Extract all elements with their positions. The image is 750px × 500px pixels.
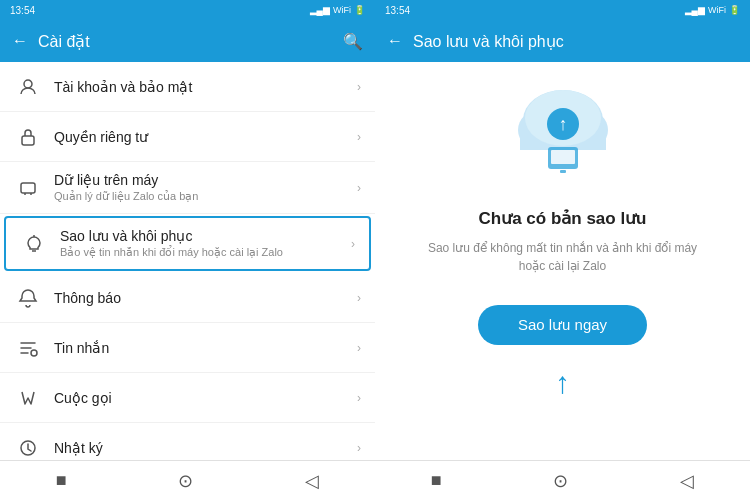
svg-text:↑: ↑ (558, 114, 567, 134)
left-status-icons: ▂▄▆ WiFi 🔋 (310, 5, 365, 15)
left-time: 13:54 (10, 5, 35, 16)
svg-rect-19 (551, 150, 575, 164)
chevron-right-icon: › (357, 341, 361, 355)
menu-item-3[interactable]: Sao lưu và khôi phụcBảo vệ tin nhắn khi … (4, 216, 371, 271)
menu-item-title: Dữ liệu trên máy (54, 172, 357, 188)
menu-item-content: Tin nhắn (54, 340, 357, 356)
backup-description: Sao lưu để không mất tin nhắn và ảnh khi… (395, 239, 730, 275)
chevron-right-icon: › (357, 391, 361, 405)
right-phone-panel: 13:54 ▂▄▆ WiFi 🔋 ← Sao lưu và khôi phục (375, 0, 750, 500)
right-signal-icon: ▂▄▆ (685, 5, 705, 15)
menu-item-title: Thông báo (54, 290, 357, 306)
nav-circle-button[interactable]: ⊙ (178, 470, 193, 492)
right-page-title: Sao lưu và khôi phục (413, 32, 738, 51)
battery-icon: 🔋 (354, 5, 365, 15)
search-icon[interactable]: 🔍 (343, 32, 363, 51)
wifi-icon: WiFi (333, 5, 351, 15)
right-nav-back-button[interactable]: ◁ (680, 470, 694, 492)
right-nav-circle-button[interactable]: ⊙ (553, 470, 568, 492)
menu-icon-0 (14, 73, 42, 101)
menu-item-2[interactable]: Dữ liệu trên máyQuản lý dữ liệu Zalo của… (0, 162, 375, 214)
menu-icon-5 (14, 334, 42, 362)
chevron-right-icon: › (357, 291, 361, 305)
svg-point-0 (24, 80, 32, 88)
menu-item-title: Nhật ký (54, 440, 357, 456)
right-status-bar: 13:54 ▂▄▆ WiFi 🔋 (375, 0, 750, 20)
menu-item-0[interactable]: Tài khoản và bảo mật› (0, 62, 375, 112)
menu-item-content: Dữ liệu trên máyQuản lý dữ liệu Zalo của… (54, 172, 357, 203)
menu-item-subtitle: Quản lý dữ liệu Zalo của bạn (54, 190, 357, 203)
menu-item-subtitle: Bảo vệ tin nhắn khi đổi máy hoặc cài lại… (60, 246, 351, 259)
backup-now-button[interactable]: Sao lưu ngay (478, 305, 647, 345)
menu-item-5[interactable]: Tin nhắn› (0, 323, 375, 373)
menu-item-7[interactable]: Nhật ký› (0, 423, 375, 460)
chevron-right-icon: › (357, 181, 361, 195)
settings-menu-list: Tài khoản và bảo mật›Quyền riêng tư›Dữ l… (0, 62, 375, 460)
right-back-button[interactable]: ← (387, 32, 403, 50)
svg-rect-20 (560, 170, 566, 173)
backup-title: Chưa có bản sao lưu (478, 208, 646, 229)
menu-item-title: Tài khoản và bảo mật (54, 79, 357, 95)
left-phone-panel: 13:54 ▂▄▆ WiFi 🔋 ← Cài đặt 🔍 Tài khoản v… (0, 0, 375, 500)
menu-item-title: Tin nhắn (54, 340, 357, 356)
right-time: 13:54 (385, 5, 410, 16)
menu-icon-7 (14, 434, 42, 461)
arrow-up-indicator: ↑ (555, 366, 570, 400)
menu-icon-6 (14, 384, 42, 412)
svg-point-3 (31, 350, 37, 356)
right-battery-icon: 🔋 (729, 5, 740, 15)
menu-item-content: Tài khoản và bảo mật (54, 79, 357, 95)
menu-item-content: Nhật ký (54, 440, 357, 456)
svg-rect-1 (22, 136, 34, 145)
menu-item-4[interactable]: Thông báo› (0, 273, 375, 323)
left-back-button[interactable]: ← (12, 32, 28, 50)
signal-icon: ▂▄▆ (310, 5, 330, 15)
nav-square-button[interactable]: ■ (56, 470, 67, 491)
left-bottom-nav: ■ ⊙ ◁ (0, 460, 375, 500)
menu-icon-3 (20, 230, 48, 258)
menu-icon-4 (14, 284, 42, 312)
right-status-icons: ▂▄▆ WiFi 🔋 (685, 5, 740, 15)
right-wifi-icon: WiFi (708, 5, 726, 15)
chevron-right-icon: › (357, 441, 361, 455)
menu-item-content: Sao lưu và khôi phụcBảo vệ tin nhắn khi … (60, 228, 351, 259)
backup-button-container: Sao lưu ngay ↑ (478, 305, 647, 400)
menu-icon-1 (14, 123, 42, 151)
menu-item-content: Cuộc gọi (54, 390, 357, 406)
menu-icon-2 (14, 174, 42, 202)
menu-item-title: Quyền riêng tư (54, 129, 357, 145)
left-top-bar: ← Cài đặt 🔍 (0, 20, 375, 62)
chevron-right-icon: › (357, 80, 361, 94)
menu-item-1[interactable]: Quyền riêng tư› (0, 112, 375, 162)
chevron-right-icon: › (357, 130, 361, 144)
left-status-bar: 13:54 ▂▄▆ WiFi 🔋 (0, 0, 375, 20)
svg-rect-2 (21, 183, 35, 193)
menu-item-content: Quyền riêng tư (54, 129, 357, 145)
cloud-illustration: ↑ (498, 82, 628, 192)
left-page-title: Cài đặt (38, 32, 343, 51)
right-bottom-nav: ■ ⊙ ◁ (375, 460, 750, 500)
menu-item-content: Thông báo (54, 290, 357, 306)
menu-item-title: Cuộc gọi (54, 390, 357, 406)
chevron-right-icon: › (351, 237, 355, 251)
nav-back-button[interactable]: ◁ (305, 470, 319, 492)
right-top-bar: ← Sao lưu và khôi phục (375, 20, 750, 62)
menu-item-6[interactable]: Cuộc gọi› (0, 373, 375, 423)
backup-content-area: ↑ Chưa có bản sao lưu Sao lưu để không m… (375, 62, 750, 460)
menu-item-title: Sao lưu và khôi phục (60, 228, 351, 244)
right-nav-square-button[interactable]: ■ (431, 470, 442, 491)
